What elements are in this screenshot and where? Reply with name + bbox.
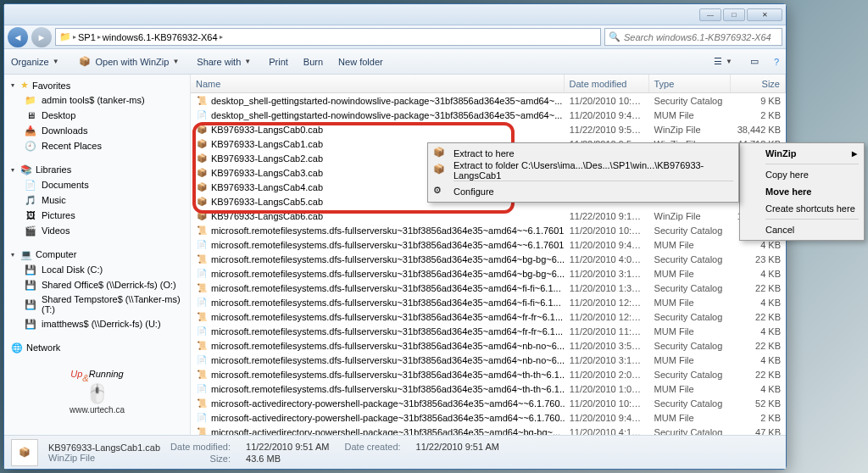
menu-item-configure[interactable]: ⚙Configure bbox=[430, 183, 737, 200]
back-button[interactable]: ◄ bbox=[8, 27, 28, 47]
menu-item-extract-folder[interactable]: 📦Extract to folder C:\Users\ima...\Des..… bbox=[430, 162, 737, 179]
sidebar-item[interactable]: 💾imatthews$ (\\Derrick-fs) (U:) bbox=[4, 316, 190, 331]
file-icon: 📦 bbox=[196, 196, 208, 208]
menu-item-shortcut[interactable]: Create shortcuts here bbox=[742, 200, 862, 217]
breadcrumb-item[interactable]: windows6.1-KB976932-X64 bbox=[103, 32, 218, 42]
file-icon: 📦 bbox=[196, 167, 208, 179]
forward-button[interactable]: ► bbox=[31, 27, 52, 47]
sidebar-item[interactable]: 🕘Recent Places bbox=[4, 138, 190, 153]
file-row[interactable]: 📜microsoft.remotefilesystems.dfs-fullser… bbox=[191, 338, 786, 353]
column-size[interactable]: Size bbox=[731, 75, 786, 92]
file-row[interactable]: 📄microsoft.remotefilesystems.dfs-fullser… bbox=[191, 381, 786, 396]
burn-button[interactable]: Burn bbox=[303, 57, 323, 67]
menu-item-winzip[interactable]: WinZip▶ bbox=[742, 145, 862, 162]
sidebar-item[interactable]: 🎬Videos bbox=[4, 223, 190, 238]
folder-icon: 📁 bbox=[25, 94, 36, 106]
recent-icon: 🕘 bbox=[25, 140, 36, 152]
context-menu-primary[interactable]: 📦Extract to here 📦Extract to folder C:\U… bbox=[427, 142, 739, 203]
sidebar-item[interactable]: 🖥Desktop bbox=[4, 108, 190, 123]
file-icon: 📄 bbox=[196, 383, 208, 395]
sidebar-item[interactable]: 💾Shared Tempstore$ (\\Tanker-ms) (T:) bbox=[4, 292, 190, 316]
file-size: 38,442 KB bbox=[731, 125, 786, 135]
libraries-header[interactable]: ▾📚 Libraries bbox=[4, 162, 190, 177]
menu-item-cancel[interactable]: Cancel bbox=[742, 221, 862, 238]
file-row[interactable]: 📜microsoft.remotefilesystems.dfs-fullser… bbox=[191, 281, 786, 295]
file-type: Security Catalog bbox=[649, 398, 731, 409]
file-row[interactable]: 📜microsoft-activedirectory-powershell-pa… bbox=[191, 396, 786, 410]
chevron-right-icon: ▸ bbox=[73, 33, 76, 41]
preview-pane-button[interactable]: ▭ bbox=[750, 56, 759, 67]
file-row[interactable]: 📄microsoft.remotefilesystems.dfs-fullser… bbox=[191, 237, 786, 252]
file-size: 22 KB bbox=[731, 283, 786, 293]
new-folder-button[interactable]: New folder bbox=[338, 57, 383, 67]
sidebar-item[interactable]: 📥Downloads bbox=[4, 123, 190, 138]
file-row[interactable]: 📄microsoft.remotefilesystems.dfs-fullser… bbox=[191, 295, 786, 309]
music-icon: 🎵 bbox=[25, 194, 36, 206]
help-button[interactable]: ? bbox=[774, 57, 779, 67]
minimize-button[interactable]: — bbox=[699, 8, 721, 21]
search-input[interactable] bbox=[624, 32, 778, 42]
file-icon: 📄 bbox=[196, 412, 208, 424]
view-button[interactable]: ☰ ▼ bbox=[714, 56, 735, 67]
status-label: Date modified: bbox=[170, 442, 231, 452]
file-row[interactable]: 📄microsoft.remotefilesystems.dfs-fullser… bbox=[191, 324, 786, 338]
share-with-button[interactable]: Share with ▼ bbox=[197, 57, 253, 67]
search-box[interactable]: 🔍 bbox=[604, 28, 782, 46]
network-header[interactable]: 🌐 Network bbox=[4, 340, 190, 355]
file-name: desktop_shell-gettingstarted-nowindowsli… bbox=[211, 96, 562, 106]
file-row[interactable]: 📦KB976933-LangsCab0.cab11/22/2010 9:56 A… bbox=[191, 122, 786, 136]
file-row[interactable]: 📜microsoft.remotefilesystems.dfs-fullser… bbox=[191, 309, 786, 324]
computer-header[interactable]: ▾💻 Computer bbox=[4, 247, 190, 262]
close-button[interactable]: ✕ bbox=[747, 8, 782, 21]
print-button[interactable]: Print bbox=[269, 57, 288, 67]
context-menu-secondary[interactable]: WinZip▶ Copy here Move here Create short… bbox=[739, 142, 865, 241]
menu-item-extract-here[interactable]: 📦Extract to here bbox=[430, 145, 737, 162]
file-size: 4 KB bbox=[731, 384, 786, 394]
file-row[interactable]: 📄microsoft-activedirectory-powershell-pa… bbox=[191, 410, 786, 425]
file-row[interactable]: 📄microsoft.remotefilesystems.dfs-fullser… bbox=[191, 266, 786, 281]
sidebar-item[interactable]: 💾Local Disk (C:) bbox=[4, 262, 190, 277]
menu-item-copy[interactable]: Copy here bbox=[742, 166, 862, 183]
column-type[interactable]: Type bbox=[649, 75, 731, 92]
sidebar-item[interactable]: 🖼Pictures bbox=[4, 208, 190, 223]
network-icon: 🌐 bbox=[11, 342, 23, 353]
file-row[interactable]: 📜microsoft.remotefilesystems.dfs-fullser… bbox=[191, 367, 786, 381]
file-size: 4 KB bbox=[731, 326, 786, 337]
file-icon: 📄 bbox=[196, 326, 208, 337]
chevron-down-icon: ▼ bbox=[172, 58, 179, 65]
file-row[interactable]: 📜microsoft-activedirectory-powershell-pa… bbox=[191, 425, 786, 435]
sidebar-item[interactable]: 📁admin tools$ (tanker-ms) bbox=[4, 92, 190, 108]
file-name: microsoft-activedirectory-powershell-pac… bbox=[211, 427, 560, 436]
file-date: 11/20/2010 12:24 ... bbox=[565, 298, 649, 308]
file-thumbnail: 📦 bbox=[11, 439, 38, 466]
file-type: Security Catalog bbox=[649, 341, 731, 351]
file-icon: 📜 bbox=[196, 225, 208, 236]
sidebar-item[interactable]: 🎵Music bbox=[4, 192, 190, 208]
file-row[interactable]: 📄desktop_shell-gettingstarted-nowindowsl… bbox=[191, 108, 786, 122]
sidebar-item[interactable]: 💾Shared Office$ (\\Derrick-fs) (O:) bbox=[4, 277, 190, 292]
breadcrumb-item[interactable]: SP1 bbox=[78, 32, 96, 42]
file-row[interactable]: 📄microsoft.remotefilesystems.dfs-fullser… bbox=[191, 353, 786, 367]
file-row[interactable]: 📦KB976933-LangsCab6.cab11/22/2010 9:11 A… bbox=[191, 209, 786, 223]
open-with-button[interactable]: 📦Open with WinZip ▼ bbox=[77, 54, 182, 70]
organize-button[interactable]: Organize ▼ bbox=[11, 57, 62, 67]
file-row[interactable]: 📜desktop_shell-gettingstarted-nowindowsl… bbox=[191, 93, 786, 108]
favorites-header[interactable]: ▾★ Favorites bbox=[4, 78, 190, 92]
expand-icon: ▾ bbox=[11, 251, 14, 259]
file-row[interactable]: 📜microsoft.remotefilesystems.dfs-fullser… bbox=[191, 223, 786, 237]
file-date: 11/20/2010 10:35 ... bbox=[565, 225, 649, 236]
breadcrumb[interactable]: 📁 ▸ SP1 ▸ windows6.1-KB976932-X64 ▸ bbox=[55, 28, 601, 46]
file-icon: 📜 bbox=[196, 369, 208, 381]
file-size: 9 KB bbox=[731, 96, 786, 106]
status-label: Size: bbox=[170, 454, 231, 464]
documents-icon: 📄 bbox=[25, 179, 36, 191]
menu-item-move[interactable]: Move here bbox=[742, 183, 862, 200]
column-date[interactable]: Date modified bbox=[565, 75, 649, 92]
column-name[interactable]: Name bbox=[191, 75, 565, 92]
maximize-button[interactable]: □ bbox=[723, 8, 745, 21]
libraries-icon: 📚 bbox=[20, 164, 32, 175]
file-row[interactable]: 📜microsoft.remotefilesystems.dfs-fullser… bbox=[191, 252, 786, 266]
sidebar-item[interactable]: 📄Documents bbox=[4, 177, 190, 192]
column-headers[interactable]: Name Date modified Type Size bbox=[191, 75, 786, 93]
chevron-right-icon: ▸ bbox=[220, 33, 223, 41]
